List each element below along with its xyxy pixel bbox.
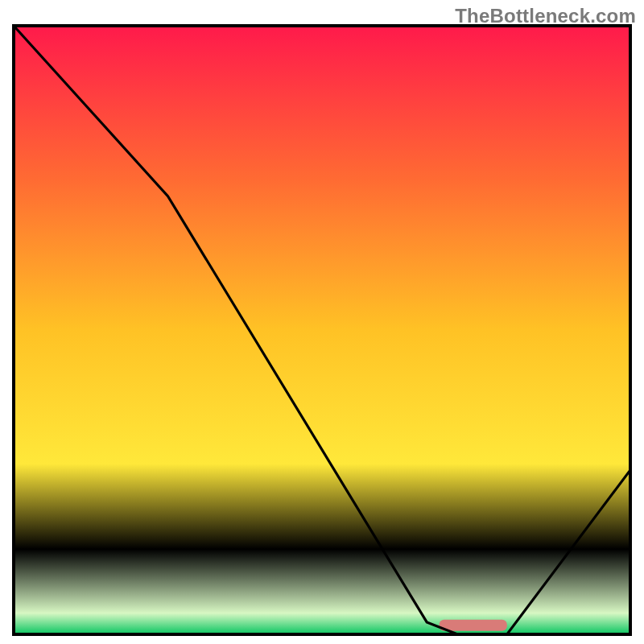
gradient-background <box>14 26 630 634</box>
chart-canvas <box>12 24 632 636</box>
bottleneck-chart: TheBottleneck.com <box>0 0 644 644</box>
optimal-range-marker <box>440 620 507 631</box>
